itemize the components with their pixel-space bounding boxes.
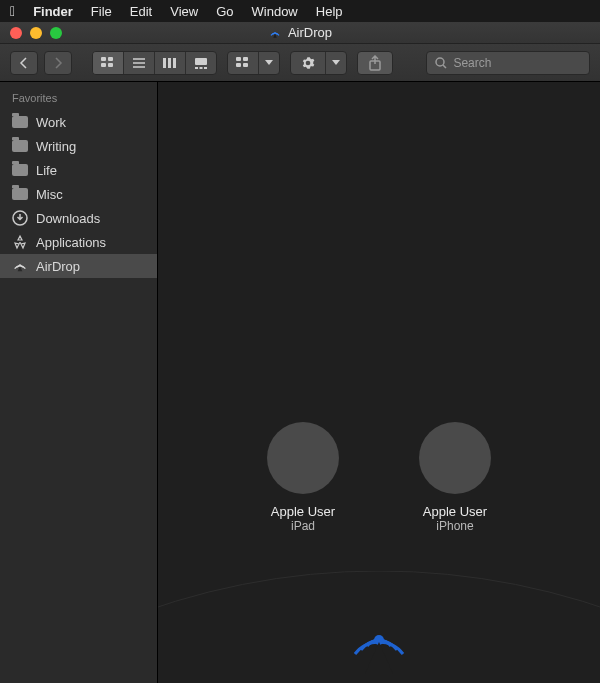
svg-rect-14 xyxy=(204,67,207,69)
action-menu-button[interactable] xyxy=(290,51,347,75)
search-field[interactable] xyxy=(426,51,590,75)
svg-point-0 xyxy=(274,32,276,34)
window-zoom-button[interactable] xyxy=(50,27,62,39)
sidebar-item-misc[interactable]: Misc xyxy=(0,182,157,206)
system-menubar:  Finder File Edit View Go Window Help xyxy=(0,0,600,22)
sidebar-item-label: Applications xyxy=(36,235,106,250)
downloads-icon xyxy=(12,210,28,226)
user-avatar xyxy=(267,422,339,494)
airdrop-user[interactable]: Apple User iPhone xyxy=(419,422,491,533)
user-name: Apple User xyxy=(271,504,335,519)
window-titlebar: AirDrop xyxy=(0,22,600,44)
folder-icon xyxy=(12,186,28,202)
view-list-button[interactable] xyxy=(124,52,155,74)
menubar-app-name[interactable]: Finder xyxy=(33,4,73,19)
window-close-button[interactable] xyxy=(10,27,22,39)
svg-point-20 xyxy=(436,58,444,66)
menubar-help[interactable]: Help xyxy=(316,4,343,19)
sidebar-item-label: AirDrop xyxy=(36,259,80,274)
chevron-down-icon xyxy=(332,60,340,65)
chevron-down-icon xyxy=(265,60,273,65)
airdrop-icon xyxy=(12,258,28,274)
airdrop-users: Apple User iPad Apple User iPhone xyxy=(158,422,600,533)
apple-menu-icon[interactable]:  xyxy=(10,3,15,19)
user-device: iPad xyxy=(291,519,315,533)
search-icon xyxy=(435,57,447,69)
sidebar-item-downloads[interactable]: Downloads xyxy=(0,206,157,230)
sidebar-item-work[interactable]: Work xyxy=(0,110,157,134)
user-name: Apple User xyxy=(423,504,487,519)
view-mode-segmented xyxy=(92,51,217,75)
svg-rect-15 xyxy=(236,57,241,61)
sidebar-item-airdrop[interactable]: AirDrop xyxy=(0,254,157,278)
svg-rect-17 xyxy=(236,63,241,67)
sidebar-item-label: Work xyxy=(36,115,66,130)
airdrop-icon xyxy=(268,26,282,40)
view-icon-button[interactable] xyxy=(93,52,124,74)
sidebar-item-writing[interactable]: Writing xyxy=(0,134,157,158)
finder-sidebar: Favorites Work Writing Life Misc xyxy=(0,82,158,683)
nav-back-button[interactable] xyxy=(10,51,38,75)
svg-line-21 xyxy=(443,65,446,68)
nav-forward-button[interactable] xyxy=(44,51,72,75)
applications-icon xyxy=(12,234,28,250)
sidebar-item-applications[interactable]: Applications xyxy=(0,230,157,254)
svg-rect-11 xyxy=(195,58,207,65)
folder-icon xyxy=(12,162,28,178)
menubar-edit[interactable]: Edit xyxy=(130,4,152,19)
share-button[interactable] xyxy=(357,51,393,75)
sidebar-item-label: Downloads xyxy=(36,211,100,226)
user-device: iPhone xyxy=(436,519,473,533)
window-minimize-button[interactable] xyxy=(30,27,42,39)
nav-button-group xyxy=(10,51,72,75)
menubar-view[interactable]: View xyxy=(170,4,198,19)
group-by-dropdown[interactable] xyxy=(227,51,280,75)
user-avatar xyxy=(419,422,491,494)
svg-rect-16 xyxy=(243,57,248,61)
svg-rect-2 xyxy=(108,57,113,61)
finder-window: AirDrop xyxy=(0,22,600,683)
finder-toolbar xyxy=(0,44,600,82)
view-gallery-button[interactable] xyxy=(186,52,216,74)
airdrop-user[interactable]: Apple User iPad xyxy=(267,422,339,533)
sidebar-item-label: Misc xyxy=(36,187,63,202)
sidebar-section-favorites: Favorites xyxy=(0,88,157,110)
svg-rect-18 xyxy=(243,63,248,67)
search-input[interactable] xyxy=(453,56,581,70)
view-columns-button[interactable] xyxy=(155,52,186,74)
svg-rect-10 xyxy=(173,58,176,68)
svg-rect-12 xyxy=(195,67,198,69)
svg-rect-8 xyxy=(163,58,166,68)
airdrop-content: Apple User iPad Apple User iPhone xyxy=(158,82,600,683)
svg-rect-1 xyxy=(101,57,106,61)
menubar-go[interactable]: Go xyxy=(216,4,233,19)
folder-icon xyxy=(12,114,28,130)
folder-icon xyxy=(12,138,28,154)
menubar-file[interactable]: File xyxy=(91,4,112,19)
sidebar-item-label: Writing xyxy=(36,139,76,154)
window-title: AirDrop xyxy=(288,25,332,40)
menubar-window[interactable]: Window xyxy=(252,4,298,19)
svg-rect-3 xyxy=(101,63,106,67)
svg-rect-9 xyxy=(168,58,171,68)
sidebar-item-label: Life xyxy=(36,163,57,178)
svg-point-23 xyxy=(19,242,21,244)
svg-rect-13 xyxy=(200,67,203,69)
airdrop-center-icon xyxy=(347,612,411,676)
sidebar-item-life[interactable]: Life xyxy=(0,158,157,182)
svg-rect-4 xyxy=(108,63,113,67)
traffic-lights xyxy=(0,27,62,39)
